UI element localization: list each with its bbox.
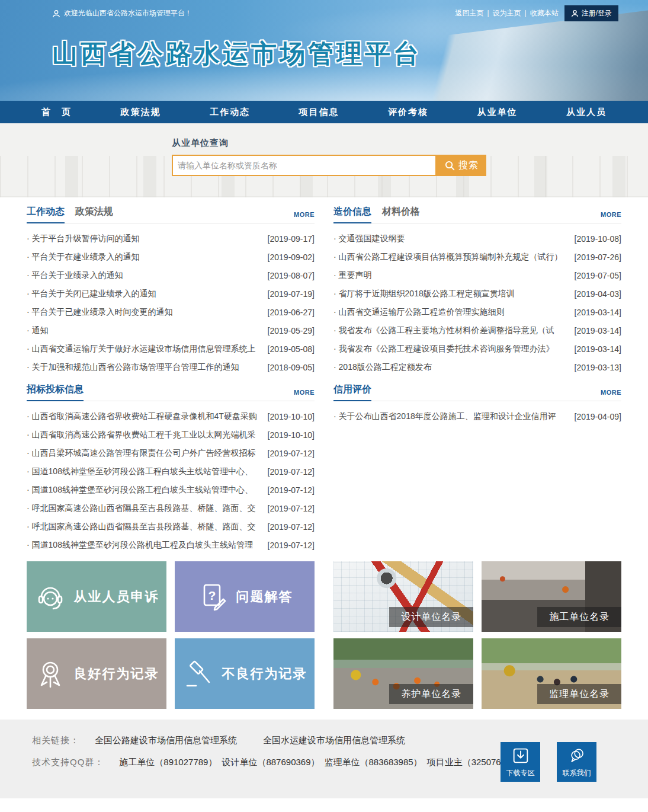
news-item[interactable]: 我省发布《公路工程建设项目委托技术咨询服务管理办法》 [2019-03-14] bbox=[333, 340, 621, 358]
tab-cost-info[interactable]: 造价信息 bbox=[333, 206, 371, 218]
topbar-link[interactable]: 收藏本站 bbox=[530, 8, 559, 18]
news-item[interactable]: 国道108线神堂堡至砂河段公路工程白坡头主线站管理中心、 [2019-07-12… bbox=[27, 481, 315, 499]
news-date: [2019-03-14] bbox=[575, 344, 621, 354]
news-date: [2019-05-29] bbox=[268, 326, 315, 335]
download-zone-button[interactable]: 下载专区 bbox=[501, 742, 540, 782]
register-login-button[interactable]: 注册/登录 bbox=[564, 5, 618, 21]
news-item[interactable]: 重要声明 [2019-07-05] bbox=[333, 266, 621, 284]
news-item[interactable]: 平台关于关闭已建业绩录入的通知 [2019-07-19] bbox=[27, 284, 315, 303]
related-links-label: 相关链接： bbox=[32, 735, 79, 746]
footer-link-waterway[interactable]: 全国水运建设市场信用信息管理系统 bbox=[263, 735, 405, 746]
section-header: 招标投标信息 MORE bbox=[27, 383, 315, 401]
news-title: 平台关于业绩录入的通知 bbox=[27, 270, 263, 281]
news-title: 2018版公路工程定额发布 bbox=[333, 362, 570, 373]
nav-item[interactable]: 首 页 bbox=[41, 101, 72, 123]
tile-label: 不良行为记录 bbox=[222, 665, 307, 683]
nav-item[interactable]: 项目信息 bbox=[299, 101, 339, 123]
site-title: 山西省公路水运市场管理平台 bbox=[52, 37, 422, 71]
photo-tile-construction-directory[interactable]: 施工单位名录 bbox=[482, 561, 621, 632]
tab-policy[interactable]: 政策法规 bbox=[75, 206, 113, 218]
nav-item[interactable]: 政策法规 bbox=[121, 101, 161, 123]
photo-caption: 施工单位名录 bbox=[537, 607, 621, 627]
news-item[interactable]: 省厅将于近期组织2018版公路工程定额宣贯培训 [2019-04-03] bbox=[333, 284, 621, 303]
news-item[interactable]: 平台关于业绩录入的通知 [2019-08-07] bbox=[27, 266, 315, 284]
news-date: [2019-07-12] bbox=[268, 504, 315, 513]
nav-item[interactable]: 从业人员 bbox=[566, 101, 607, 123]
news-date: [2019-03-14] bbox=[575, 308, 621, 317]
more-link[interactable]: MORE bbox=[294, 389, 315, 396]
tab-material-price[interactable]: 材料价格 bbox=[382, 206, 420, 218]
more-link[interactable]: MORE bbox=[294, 211, 315, 218]
section-credit: 信用评价 MORE 关于公布山西省2018年度公路施工、监理和设计企业信用评 [… bbox=[333, 383, 621, 554]
topbar-right: 返回主页设为主页收藏本站 注册/登录 bbox=[455, 5, 618, 21]
news-title: 省厅将于近期组织2018版公路工程定额宣贯培训 bbox=[333, 289, 570, 299]
download-zone-label: 下载专区 bbox=[506, 768, 535, 778]
news-item[interactable]: 交通强国建设纲要 [2019-10-08] bbox=[333, 229, 621, 248]
tab-credit[interactable]: 信用评价 bbox=[333, 383, 371, 396]
news-title: 呼北国家高速公路山西省隰县至吉县段路基、桥隧、路面、交 bbox=[27, 522, 263, 532]
contact-us-button[interactable]: 联系我们 bbox=[557, 742, 596, 782]
more-link[interactable]: MORE bbox=[601, 211, 621, 218]
tile-personnel-appeal[interactable]: 从业人员申诉 bbox=[27, 561, 166, 632]
news-date: [2019-08-07] bbox=[268, 271, 315, 280]
news-item[interactable]: 关于平台升级暂停访问的通知 [2019-09-17] bbox=[27, 229, 315, 248]
tab-bidding[interactable]: 招标投标信息 bbox=[27, 383, 84, 396]
tile-bad-records[interactable]: 不良行为记录 bbox=[175, 638, 315, 709]
cost-info-list: 交通强国建设纲要 [2019-10-08] 山西省公路工程建设项目估算概算预算编… bbox=[333, 229, 621, 376]
news-item[interactable]: 通知 [2019-05-29] bbox=[27, 321, 315, 340]
news-title: 平台关于已建业绩录入时间变更的通知 bbox=[27, 307, 263, 318]
news-date: [2019-09-02] bbox=[268, 252, 315, 262]
tile-label: 良好行为记录 bbox=[74, 665, 159, 683]
search-button[interactable]: 搜索 bbox=[437, 155, 486, 176]
tile-good-records[interactable]: 良好行为记录 bbox=[27, 638, 166, 709]
tab-work-news[interactable]: 工作动态 bbox=[27, 206, 65, 218]
qq-group-design: 设计单位（887690369） bbox=[222, 757, 319, 768]
news-item[interactable]: 平台关于在建业绩录入的通知 [2019-09-02] bbox=[27, 248, 315, 266]
nav-item[interactable]: 从业单位 bbox=[477, 101, 518, 123]
news-item[interactable]: 山西省取消高速公路省界收费站工程千兆工业以太网光端机采 [2019-10-10] bbox=[27, 426, 315, 444]
news-item[interactable]: 山西省交通运输厅公路工程造价管理实施细则 [2019-03-14] bbox=[333, 303, 621, 321]
photo-tile-maintenance-directory[interactable]: 养护单位名录 bbox=[333, 638, 473, 709]
news-item[interactable]: 2018版公路工程定额发布 [2019-03-13] bbox=[333, 358, 621, 376]
news-title: 山西省交通运输厅公路工程造价管理实施细则 bbox=[333, 307, 570, 318]
news-item[interactable]: 呼北国家高速公路山西省隰县至吉县段路基、桥隧、路面、交 [2019-07-12] bbox=[27, 499, 315, 517]
photo-tile-supervision-directory[interactable]: 监理单位名录 bbox=[482, 638, 621, 709]
news-date: [2019-07-26] bbox=[575, 252, 621, 262]
news-date: [2019-03-14] bbox=[575, 326, 621, 335]
footer: 相关链接： 全国公路建设市场信用信息管理系统 全国水运建设市场信用信息管理系统 … bbox=[0, 720, 648, 798]
topbar: 欢迎光临山西省公路水运市场管理平台！ 返回主页设为主页收藏本站 注册/登录 bbox=[0, 0, 648, 21]
photo-tile-design-directory[interactable]: 设计单位名录 bbox=[333, 561, 473, 632]
welcome-area: 欢迎光临山西省公路水运市场管理平台！ bbox=[52, 8, 192, 18]
news-title: 平台关于在建业绩录入的通知 bbox=[27, 252, 263, 263]
news-item[interactable]: 我省发布《公路工程主要地方性材料价差调整指导意见（试 [2019-03-14] bbox=[333, 321, 621, 340]
search-button-label: 搜索 bbox=[458, 159, 479, 172]
news-title: 我省发布《公路工程建设项目委托技术咨询服务管理办法》 bbox=[333, 344, 570, 354]
topbar-link[interactable]: 返回主页 bbox=[455, 8, 489, 18]
news-item[interactable]: 关于公布山西省2018年度公路施工、监理和设计企业信用评 [2019-04-09… bbox=[333, 407, 621, 426]
news-item[interactable]: 山西省取消高速公路省界收费站工程硬盘录像机和4T硬盘采购 [2019-10-10… bbox=[27, 407, 315, 426]
svg-text:?: ? bbox=[208, 589, 216, 602]
tile-question-answer[interactable]: ? 问题解答 bbox=[175, 561, 315, 632]
gavel-icon bbox=[182, 658, 214, 690]
search-icon bbox=[444, 160, 455, 171]
nav-item[interactable]: 评价考核 bbox=[388, 101, 428, 123]
news-item[interactable]: 呼北国家高速公路山西省隰县至吉县段路基、桥隧、路面、交 [2019-07-12] bbox=[27, 517, 315, 536]
news-item[interactable]: 山西省交通运输厅关于做好水运建设市场信用信息管理系统上 [2019-05-08] bbox=[27, 340, 315, 358]
news-item[interactable]: 山西省公路工程建设项目估算概算预算编制补充规定（试行） [2019-07-26] bbox=[333, 248, 621, 266]
section-bidding: 招标投标信息 MORE 山西省取消高速公路省界收费站工程硬盘录像机和4T硬盘采购… bbox=[27, 383, 315, 554]
nav-item[interactable]: 工作动态 bbox=[210, 101, 250, 123]
more-link[interactable]: MORE bbox=[601, 389, 621, 396]
footer-link-highway[interactable]: 全国公路建设市场信用信息管理系统 bbox=[95, 735, 237, 746]
headset-icon bbox=[34, 581, 66, 613]
news-item[interactable]: 国道108线神堂堡至砂河段公路机电工程及白坡头主线站管理 [2019-07-12… bbox=[27, 536, 315, 554]
news-item[interactable]: 国道108线神堂堡至砂河段公路工程白坡头主线站管理中心、 [2019-07-12… bbox=[27, 462, 315, 481]
news-item[interactable]: 关于加强和规范山西省公路市场管理平台管理工作的通知 [2018-09-05] bbox=[27, 358, 315, 376]
news-item[interactable]: 山西吕梁环城高速公路管理有限责任公司户外广告经营权招标 [2019-07-12] bbox=[27, 444, 315, 462]
news-date: [2019-07-12] bbox=[268, 541, 315, 550]
news-date: [2019-04-03] bbox=[575, 289, 621, 299]
news-title: 国道108线神堂堡至砂河段公路机电工程及白坡头主线站管理 bbox=[27, 540, 263, 551]
news-item[interactable]: 平台关于已建业绩录入时间变更的通知 [2019-06-27] bbox=[27, 303, 315, 321]
search-input[interactable] bbox=[172, 155, 437, 176]
topbar-link[interactable]: 设为主页 bbox=[493, 8, 527, 18]
news-title: 山西省取消高速公路省界收费站工程硬盘录像机和4T硬盘采购 bbox=[27, 411, 263, 422]
